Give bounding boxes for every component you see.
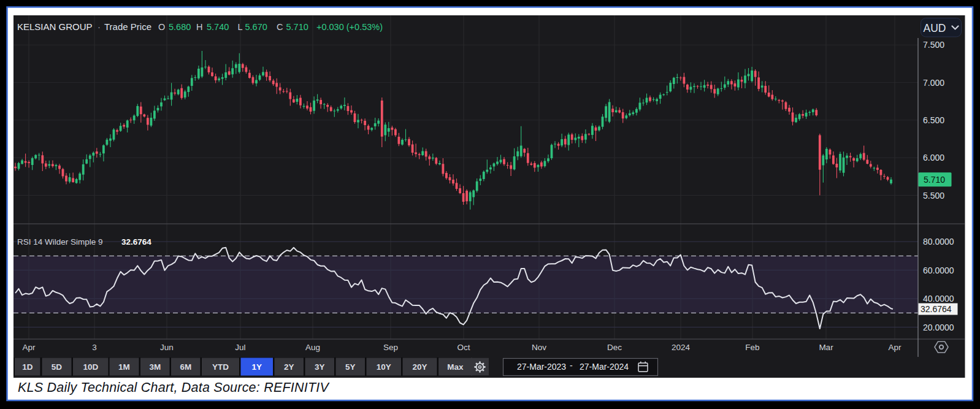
svg-text:5.710: 5.710 bbox=[924, 175, 945, 185]
svg-text:2024: 2024 bbox=[672, 343, 691, 352]
svg-text:27-Mar-2024: 27-Mar-2024 bbox=[580, 362, 629, 372]
svg-text:40.0000: 40.0000 bbox=[923, 294, 954, 304]
svg-text:Oct: Oct bbox=[457, 343, 470, 352]
svg-text:5.670: 5.670 bbox=[245, 22, 267, 32]
svg-text:6.500: 6.500 bbox=[923, 115, 944, 125]
svg-text:5D: 5D bbox=[52, 362, 63, 372]
svg-text:80.0000: 80.0000 bbox=[923, 237, 954, 247]
svg-text:KELSIAN GROUP: KELSIAN GROUP bbox=[17, 21, 93, 32]
svg-text:2Y: 2Y bbox=[284, 362, 294, 372]
svg-text:27-Mar-2023: 27-Mar-2023 bbox=[517, 362, 566, 372]
svg-text:Jul: Jul bbox=[235, 343, 245, 352]
svg-text:7.500: 7.500 bbox=[923, 40, 944, 50]
svg-text:Jun: Jun bbox=[160, 343, 174, 352]
svg-text:Aug: Aug bbox=[305, 343, 320, 352]
svg-text:YTD: YTD bbox=[212, 362, 229, 372]
svg-text:Apr: Apr bbox=[22, 343, 36, 352]
svg-text:-: - bbox=[570, 361, 573, 370]
svg-text:C: C bbox=[277, 22, 283, 32]
svg-text:1M: 1M bbox=[118, 362, 130, 372]
svg-text:RSI 14 Wilder Simple 9: RSI 14 Wilder Simple 9 bbox=[17, 237, 103, 247]
svg-text:O: O bbox=[158, 22, 165, 32]
svg-text:6.000: 6.000 bbox=[923, 153, 944, 162]
svg-text:KLS Daily Technical Chart, Dat: KLS Daily Technical Chart, Data Source: … bbox=[18, 380, 331, 395]
svg-text:+0.030 (+0.53%): +0.030 (+0.53%) bbox=[316, 22, 383, 32]
svg-text:·: · bbox=[98, 21, 101, 32]
svg-text:1D: 1D bbox=[22, 362, 33, 372]
svg-text:6M: 6M bbox=[180, 362, 191, 372]
svg-text:10D: 10D bbox=[83, 362, 98, 372]
svg-text:Apr: Apr bbox=[888, 343, 902, 352]
svg-text:AUD: AUD bbox=[924, 22, 946, 34]
svg-text:5Y: 5Y bbox=[345, 362, 356, 372]
svg-text:3: 3 bbox=[92, 343, 97, 352]
svg-text:Sep: Sep bbox=[383, 343, 398, 352]
svg-text:32.6764: 32.6764 bbox=[921, 304, 952, 314]
svg-text:10Y: 10Y bbox=[377, 362, 391, 372]
svg-text:1Y: 1Y bbox=[252, 362, 262, 372]
svg-text:Mar: Mar bbox=[819, 343, 833, 352]
svg-text:20Y: 20Y bbox=[412, 362, 427, 372]
svg-text:Dec: Dec bbox=[607, 343, 622, 352]
svg-text:Max: Max bbox=[447, 362, 464, 372]
svg-text:5.710: 5.710 bbox=[286, 22, 308, 32]
svg-text:60.0000: 60.0000 bbox=[923, 266, 954, 275]
svg-text:3M: 3M bbox=[149, 362, 161, 372]
svg-text:7.000: 7.000 bbox=[923, 78, 944, 88]
svg-text:Feb: Feb bbox=[745, 343, 759, 352]
svg-text:Nov: Nov bbox=[532, 343, 546, 352]
svg-text:5.500: 5.500 bbox=[923, 191, 944, 201]
svg-text:3Y: 3Y bbox=[315, 362, 325, 372]
svg-text:H: H bbox=[196, 22, 202, 32]
svg-text:Trade Price: Trade Price bbox=[104, 21, 151, 32]
svg-text:20.0000: 20.0000 bbox=[923, 323, 954, 332]
svg-text:32.6764: 32.6764 bbox=[121, 237, 151, 247]
svg-text:5.740: 5.740 bbox=[207, 22, 229, 32]
svg-text:L: L bbox=[238, 22, 243, 32]
svg-text:5.680: 5.680 bbox=[169, 22, 191, 32]
